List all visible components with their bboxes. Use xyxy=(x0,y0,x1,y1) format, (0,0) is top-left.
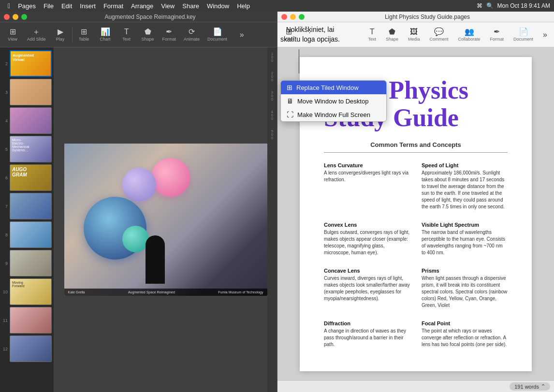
rt-comment-label: Comment xyxy=(430,37,449,42)
slide-thumb-10[interactable]: 10 MovingForward xyxy=(0,277,54,306)
toolbar-play-label: Play xyxy=(56,37,65,42)
slide-thumb-7[interactable]: 7 xyxy=(0,192,54,220)
toolbar-text[interactable]: T Text xyxy=(116,26,137,44)
menubar-view[interactable]: View xyxy=(157,1,178,11)
menubar-help[interactable]: Help xyxy=(233,1,254,11)
maximize-button-right[interactable] xyxy=(299,14,305,20)
slide-num-8: 8 xyxy=(2,232,8,237)
dropdown-item-move-label: Move Window to Desktop xyxy=(297,98,368,105)
term-prisms: Prisms When light passes through a dispe… xyxy=(422,268,508,309)
rt-document-label: Document xyxy=(513,37,533,42)
toolbar-add-slide[interactable]: ＋ Add Slide xyxy=(23,26,50,44)
rt-document[interactable]: 📄 Document xyxy=(509,26,538,44)
menubar-share[interactable]: Share xyxy=(178,1,203,11)
slide-num-4: 4 xyxy=(2,118,8,123)
dropdown-item-move-desktop[interactable]: 🖥 Move Window to Desktop xyxy=(281,94,386,108)
term-def-7: The point at which rays or waves converg… xyxy=(422,328,508,348)
dropdown-item-replace[interactable]: ⊞ Replace Tiled Window xyxy=(281,81,386,94)
rt-media-label: Media xyxy=(408,37,420,42)
slide-thumb-12[interactable]: 12 xyxy=(0,334,54,363)
rt-text-label: Text xyxy=(368,37,376,42)
minimize-button[interactable] xyxy=(13,14,18,20)
slide-num-5: 5 xyxy=(2,147,8,152)
table-icon: ⊞ xyxy=(81,28,87,36)
ruler-200: 200 xyxy=(271,67,273,86)
slide-thumbnails[interactable]: 2 AugmentedVirtual 3 4 5 Micro-Electr xyxy=(0,47,54,392)
slides-panel: 2 AugmentedVirtual 3 4 5 Micro-Electr xyxy=(0,47,277,392)
menubar-insert[interactable]: Insert xyxy=(76,1,100,11)
slide-num-7: 7 xyxy=(2,204,8,209)
toolbar-more[interactable]: » xyxy=(231,29,252,41)
toolbar-table[interactable]: ⊞ Table xyxy=(73,26,95,44)
toolbar-shape[interactable]: ⬟ Shape xyxy=(137,26,159,44)
slide-thumb-11[interactable]: 11 xyxy=(0,306,54,334)
dropdown-item-replace-label: Replace Tiled Window xyxy=(296,84,359,91)
orb-lavender xyxy=(122,168,156,202)
toolbar-chart[interactable]: 📊 Chart xyxy=(95,26,116,44)
ruler-400: 400 xyxy=(271,105,273,125)
rt-format[interactable]: ✒ Format xyxy=(485,26,509,44)
slide-11-image xyxy=(10,307,52,334)
keynote-toolbar: ⊞ View ＋ Add Slide ▶ Play ⊞ Table 📊 Char… xyxy=(0,22,277,47)
word-count-chevron[interactable]: ⌃ xyxy=(541,383,545,390)
rt-collaborate-icon: 👥 xyxy=(465,28,474,36)
slide-thumb-2[interactable]: 2 AugmentedVirtual xyxy=(0,49,54,78)
slide-num-12: 12 xyxy=(2,347,8,351)
close-button-right[interactable] xyxy=(281,14,287,20)
toolbar-document[interactable]: 📄 Document xyxy=(204,26,231,44)
dropdown-item-fullscreen-label: Make Window Full Screen xyxy=(297,111,370,118)
slide-thumb-9[interactable]: 9 xyxy=(0,249,54,277)
menubar-edit[interactable]: Edit xyxy=(58,1,76,11)
toolbar-format-label: Format xyxy=(162,37,176,42)
term-focal-point: Focal Point The point at which rays or w… xyxy=(422,320,508,348)
toolbar-format[interactable]: ✒ Format xyxy=(159,26,180,44)
menubar-pages[interactable]: Pages xyxy=(14,1,40,11)
close-button[interactable] xyxy=(4,14,10,20)
rt-media[interactable]: 🖼 Media xyxy=(403,26,425,44)
menubar-format[interactable]: Format xyxy=(100,1,127,11)
slide-caption-right: Fumia Museum of Technology xyxy=(218,290,263,294)
search-icon[interactable]: 🔍 xyxy=(486,2,494,9)
slide-thumb-8[interactable]: 8 xyxy=(0,220,54,249)
rt-media-icon: 🖼 xyxy=(410,28,418,36)
rt-text-icon: T xyxy=(370,28,375,36)
rt-comment[interactable]: 💬 Comment xyxy=(425,26,453,44)
menubar-window[interactable]: Window xyxy=(203,1,233,11)
slide-thumb-3[interactable]: 3 xyxy=(0,78,54,106)
window-options-dropdown[interactable]: ⊞ Replace Tiled Window 🖥 Move Window to … xyxy=(280,80,387,122)
rt-collaborate[interactable]: 👥 Collaborate xyxy=(453,26,485,44)
ruler-100: 100 xyxy=(271,47,273,67)
word-count-badge: 191 words ⌃ xyxy=(510,382,550,391)
term-visible-light: Visible Light Spectrum The narrow band o… xyxy=(422,222,508,256)
slide-thumb-4[interactable]: 4 xyxy=(0,106,54,135)
slide-background xyxy=(64,144,267,296)
term-def-0: A lens converges/diverges light rays via… xyxy=(324,170,410,183)
toolbar-divider-1 xyxy=(72,27,73,43)
rt-text[interactable]: T Text xyxy=(363,26,381,44)
term-def-4: Curves inward, diverges rays of light, m… xyxy=(324,275,410,302)
toolbar-view[interactable]: ⊞ View xyxy=(2,26,23,44)
clock: Mon Oct 18 9:41 AM xyxy=(497,2,550,9)
slide-9-image xyxy=(10,250,52,276)
menubar-arrange[interactable]: Arrange xyxy=(127,1,157,11)
term-speed-of-light: Speed of Light Approximately 186,000mi/s… xyxy=(422,162,508,210)
toolbar-document-label: Document xyxy=(207,37,227,42)
slide-8-image xyxy=(10,221,52,248)
rt-view[interactable]: ⊞ View xyxy=(279,26,298,44)
apple-menu[interactable]:  xyxy=(4,2,14,10)
rt-more[interactable]: » xyxy=(538,29,552,41)
minimize-button-right[interactable] xyxy=(290,14,296,20)
maximize-button[interactable] xyxy=(21,14,27,20)
toolbar-animate[interactable]: ⟳ Animate xyxy=(180,26,204,44)
slide-caption-left: Kate Grella xyxy=(68,290,85,294)
rt-collaborate-label: Collaborate xyxy=(458,37,481,42)
toolbar-play[interactable]: ▶ Play xyxy=(50,26,71,44)
shape-icon: ⬟ xyxy=(145,28,151,36)
rt-shape[interactable]: ⬟ Shape xyxy=(381,26,403,44)
menubar-file[interactable]: File xyxy=(40,1,58,11)
slide-6-image: AUGOGRAM xyxy=(10,164,52,191)
term-name-6: Diffraction xyxy=(324,320,410,326)
dropdown-item-fullscreen[interactable]: ⛶ Make Window Full Screen xyxy=(281,108,386,121)
slide-thumb-5[interactable]: 5 Micro-Electro-MechanicalSystems... xyxy=(0,135,54,163)
slide-thumb-6[interactable]: 6 AUGOGRAM xyxy=(0,163,54,192)
